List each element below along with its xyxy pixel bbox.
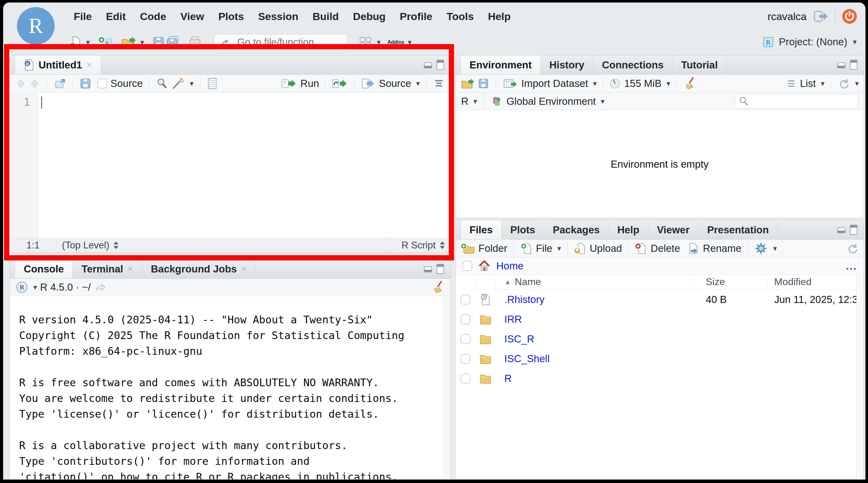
save-icon[interactable] [79, 77, 92, 90]
minimize-icon[interactable] [837, 225, 846, 235]
tab-console[interactable]: Console [15, 260, 73, 278]
menu-item-view[interactable]: View [181, 10, 204, 23]
menu-item-build[interactable]: Build [312, 10, 339, 23]
language-selector[interactable]: R Script [386, 238, 451, 252]
row-checkbox[interactable] [461, 314, 470, 324]
files-scrollbar[interactable] [856, 274, 864, 480]
select-all-checkbox[interactable] [462, 261, 472, 271]
menu-item-plots[interactable]: Plots [218, 10, 244, 23]
goto-input[interactable] [214, 34, 347, 50]
refresh-environment-button[interactable]: ▾ [837, 77, 859, 90]
folder-link[interactable]: IRR [504, 314, 522, 325]
code-editor[interactable]: 1 [10, 93, 451, 238]
source-on-save-checkbox[interactable] [97, 78, 107, 89]
close-icon[interactable]: × [127, 263, 133, 275]
tab-plots[interactable]: Plots [501, 220, 544, 239]
minimize-icon[interactable] [837, 60, 846, 70]
save-workspace-icon[interactable] [477, 77, 490, 90]
panes-layout-button[interactable]: ▾ [358, 35, 381, 49]
row-checkbox[interactable] [461, 295, 470, 304]
menu-item-file[interactable]: File [74, 10, 92, 23]
header-name[interactable]: ▲ Name [496, 274, 693, 289]
tab-help[interactable]: Help [609, 220, 648, 239]
row-checkbox[interactable] [461, 374, 470, 383]
language-switch-button[interactable]: R ▾ [461, 96, 477, 107]
tab-terminal[interactable]: Terminal × [73, 260, 142, 278]
tab-packages[interactable]: Packages [544, 220, 609, 239]
save-all-button[interactable] [165, 35, 180, 49]
tab-presentation[interactable]: Presentation [699, 220, 778, 239]
document-outline-icon[interactable] [432, 77, 445, 90]
console-scrollbar[interactable] [443, 296, 451, 480]
save-button[interactable] [152, 35, 165, 49]
folder-link[interactable]: ISC_R [504, 333, 534, 345]
project-button[interactable]: R Project: (None) ▾ [762, 30, 857, 54]
new-file-button[interactable]: ▾ [69, 35, 90, 49]
load-workspace-icon[interactable] [461, 77, 475, 90]
environment-scope-button[interactable]: Global Environment ▾ [491, 95, 604, 107]
menu-item-session[interactable]: Session [258, 10, 298, 23]
environment-search-input[interactable] [735, 94, 858, 108]
breadcrumb-more-button[interactable]: ... [846, 260, 857, 272]
power-button-icon[interactable] [842, 9, 857, 24]
back-icon[interactable] [15, 78, 27, 89]
tab-files[interactable]: Files [461, 220, 501, 239]
scope-selector[interactable]: (Top Level) [56, 238, 386, 252]
source-button[interactable]: Source ▾ [361, 77, 420, 90]
tab-environment[interactable]: Environment [461, 56, 541, 74]
row-checkbox[interactable] [461, 334, 470, 344]
more-file-commands-button[interactable]: ▾ [754, 242, 777, 256]
new-folder-button[interactable]: Folder [461, 242, 507, 255]
tab-connections[interactable]: Connections [593, 56, 673, 74]
source-on-save-toggle[interactable]: Source [97, 78, 143, 89]
maximize-icon[interactable] [436, 263, 445, 275]
import-dataset-button[interactable]: Import Dataset ▾ [502, 77, 596, 90]
row-checkbox[interactable] [461, 354, 470, 364]
folder-link[interactable]: ISC_Shell [504, 353, 550, 364]
header-size[interactable]: Size [693, 274, 768, 289]
minimize-icon[interactable] [423, 60, 433, 70]
maximize-icon[interactable] [436, 60, 445, 71]
find-replace-icon[interactable] [155, 77, 168, 90]
menu-item-edit[interactable]: Edit [106, 10, 126, 23]
delete-button[interactable]: Delete [634, 242, 680, 255]
sign-out-icon[interactable] [813, 9, 829, 23]
memory-usage-button[interactable]: 155 MiB ▾ [609, 78, 670, 89]
chevron-down-icon[interactable]: ▾ [33, 284, 37, 291]
upload-button[interactable]: Upload [574, 242, 622, 255]
display-mode-button[interactable]: List ▾ [785, 78, 825, 89]
menu-item-code[interactable]: Code [140, 10, 166, 23]
maximize-icon[interactable] [849, 60, 858, 71]
header-modified[interactable]: Modified [768, 274, 864, 289]
clear-objects-broom-icon[interactable] [683, 76, 696, 91]
run-button[interactable]: Run [281, 77, 319, 90]
menu-item-tools[interactable]: Tools [447, 10, 474, 23]
open-file-button[interactable]: ▾ [121, 35, 144, 49]
code-tools-button[interactable]: ▾ [171, 77, 194, 90]
tab-background-jobs[interactable]: Background Jobs × [142, 260, 256, 278]
tab-tutorial[interactable]: Tutorial [673, 56, 727, 74]
menu-item-profile[interactable]: Profile [400, 10, 432, 23]
menu-item-debug[interactable]: Debug [353, 10, 385, 23]
forward-icon[interactable] [29, 78, 41, 89]
close-icon[interactable]: × [86, 59, 92, 71]
tab-viewer[interactable]: Viewer [648, 220, 699, 239]
file-link[interactable]: .Rhistory [504, 294, 545, 305]
menu-item-help[interactable]: Help [488, 10, 511, 23]
r-version-icon[interactable]: R [16, 281, 28, 294]
addins-button[interactable]: Addins ▾ [388, 38, 411, 46]
clear-console-broom-icon[interactable] [431, 280, 445, 294]
tab-history[interactable]: History [541, 56, 593, 74]
compile-report-icon[interactable] [206, 77, 218, 90]
share-arrow-icon[interactable] [94, 282, 106, 293]
rename-button[interactable]: Rename [687, 242, 742, 255]
maximize-icon[interactable] [849, 224, 858, 235]
open-in-new-window-icon[interactable] [53, 77, 66, 90]
console-output[interactable]: R version 4.5.0 (2025-04-11) -- "How Abo… [10, 296, 443, 480]
new-file-blank-button[interactable]: File ▾ [520, 242, 561, 255]
print-button[interactable] [188, 35, 202, 49]
minimize-icon[interactable] [423, 264, 433, 274]
tab-untitled1[interactable]: R Untitled1 × [15, 56, 101, 74]
folder-link[interactable]: R [504, 373, 512, 384]
new-project-button[interactable]: R [97, 35, 113, 49]
